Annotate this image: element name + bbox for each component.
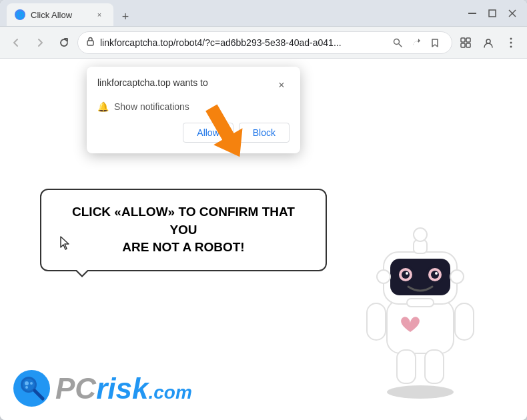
robot-image [354,220,487,400]
svg-point-42 [30,382,33,385]
active-tab[interactable]: 🌐 Click Allow × [7,3,113,26]
address-actions [389,34,444,51]
svg-rect-18 [367,303,386,340]
search-icon[interactable] [389,34,406,51]
svg-point-34 [435,272,438,275]
bell-icon: 🔔 [97,101,109,112]
svg-point-41 [25,381,29,385]
svg-rect-1 [489,10,496,17]
svg-point-31 [402,271,410,279]
forward-button[interactable] [29,32,51,53]
pcrisk-icon [13,370,50,407]
bubble-line1: CLICK «ALLOW» TO CONFIRM THAT YOU [72,205,295,237]
pcrisk-logo: PCrisk.com [13,370,192,407]
robot-svg [354,220,487,400]
risk-text: risk [96,372,148,405]
arrow-svg [193,99,253,172]
svg-marker-15 [197,99,253,165]
browser-window: 🌐 Click Allow × + [0,0,527,420]
nav-bar: linkforcaptcha.top/robot4/?c=ad6bb293-5e… [0,27,527,59]
svg-point-14 [510,45,512,47]
new-tab-button[interactable]: + [116,7,135,26]
lock-icon [86,37,95,48]
popup-site-text: linkforcaptcha.top wants to [97,77,208,88]
popup-close-button[interactable]: × [274,77,290,93]
svg-rect-8 [466,38,470,42]
svg-point-11 [486,39,490,43]
svg-rect-19 [455,303,474,340]
svg-rect-4 [87,41,93,45]
svg-rect-17 [387,300,454,353]
svg-point-33 [406,272,408,275]
svg-point-39 [23,379,35,391]
svg-rect-20 [397,350,416,383]
svg-point-5 [394,39,400,44]
svg-line-6 [399,44,402,47]
svg-point-13 [510,41,512,43]
address-bar[interactable]: linkforcaptcha.top/robot4/?c=ad6bb293-5e… [77,31,452,54]
reload-button[interactable] [53,32,75,53]
tab-favicon: 🌐 [15,9,25,20]
maximize-button[interactable] [484,5,500,21]
title-bar: 🌐 Click Allow × + [0,0,527,27]
svg-rect-23 [407,299,434,307]
minimize-button[interactable] [464,5,480,21]
speech-bubble: CLICK «ALLOW» TO CONFIRM THAT YOU ARE NO… [40,189,327,271]
cursor-indicator [59,235,72,255]
extensions-button[interactable] [455,32,476,53]
tab-close-button[interactable]: × [93,9,105,21]
svg-point-36 [450,270,464,283]
bubble-text: CLICK «ALLOW» TO CONFIRM THAT YOU ARE NO… [60,203,307,257]
menu-button[interactable] [500,32,522,53]
svg-point-43 [25,386,28,389]
svg-point-25 [414,228,427,241]
svg-rect-10 [466,43,470,47]
notification-label-text: Show notifications [114,101,189,112]
pcrisk-text: PCrisk.com [55,372,192,405]
svg-point-16 [387,385,454,399]
dotcom-text: .com [148,382,191,403]
tab-title: Click Allow [31,10,88,20]
back-button[interactable] [5,32,27,53]
svg-rect-0 [468,13,476,14]
svg-rect-9 [461,43,465,47]
tab-area: 🌐 Click Allow × + [7,0,460,26]
pc-letters: PC [55,372,96,405]
svg-rect-21 [425,350,444,383]
svg-point-12 [510,37,512,39]
url-text: linkforcaptcha.top/robot4/?c=ad6bb293-5e… [100,37,384,48]
svg-point-32 [431,271,439,279]
bubble-line2: ARE NOT A ROBOT! [122,240,244,254]
window-controls [464,5,520,21]
svg-rect-7 [461,38,465,42]
content-area: linkforcaptcha.top wants to × 🔔 Show not… [0,59,527,420]
toolbar-buttons [455,32,522,53]
bookmark-icon[interactable] [426,34,444,51]
popup-header: linkforcaptcha.top wants to × [97,77,290,93]
share-icon[interactable] [408,34,425,51]
close-button[interactable] [504,5,520,21]
svg-point-35 [377,270,390,283]
profile-button[interactable] [478,32,499,53]
arrow-indicator [193,99,253,175]
